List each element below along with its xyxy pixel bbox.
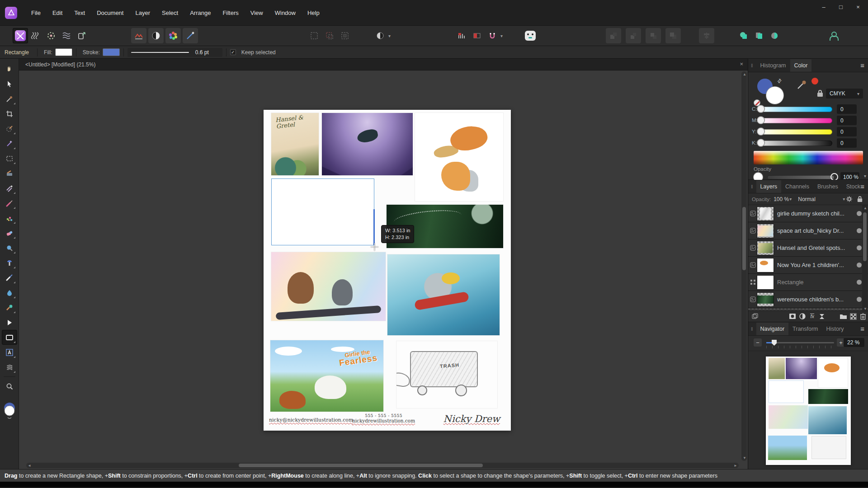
menu-help[interactable]: Help (302, 7, 326, 19)
delete-layer-icon[interactable] (858, 313, 868, 320)
layer-name[interactable]: Hansel and Gretel spots... (777, 244, 857, 251)
panel-menu-icon[interactable]: ≡ (860, 61, 864, 69)
canvas-area[interactable]: <Untitled> [Modified] (21.5%) × Hansel &… (19, 59, 748, 469)
account-button[interactable] (826, 28, 841, 43)
layer-name[interactable]: girlie dummy sketch chil... (777, 210, 857, 217)
black-value[interactable]: 0 (837, 138, 857, 148)
paint-mixer-brush-tool[interactable] (2, 166, 17, 181)
magenta-slider-knob[interactable] (757, 117, 764, 124)
menu-window[interactable]: Window (269, 7, 302, 19)
clone-brush-tool[interactable] (2, 181, 17, 196)
selection-mode-replace-icon[interactable] (307, 28, 322, 43)
visibility-toggle[interactable] (857, 297, 862, 302)
yellow-value[interactable]: 0 (837, 127, 857, 136)
layer-row[interactable]: space art club_Nicky Dr... (748, 222, 868, 239)
horizontal-scrollbar[interactable]: ◄ ► (26, 463, 739, 468)
menu-document[interactable]: Document (91, 7, 129, 19)
minimize-button[interactable]: – (817, 2, 830, 12)
boolean-intersect-button[interactable] (767, 28, 782, 43)
magenta-value[interactable]: 0 (837, 116, 857, 125)
color-mode-select[interactable]: CMYK ▾ (826, 89, 863, 99)
black-slider[interactable] (760, 141, 832, 146)
layer-name[interactable]: weremouse children's b... (777, 296, 857, 303)
layer-name[interactable]: Rectangle (777, 279, 857, 286)
cyan-slider[interactable] (760, 107, 832, 112)
paint-brush-tool[interactable] (2, 196, 17, 211)
navigator-preview[interactable] (748, 351, 868, 469)
path-arrow-tool[interactable] (2, 315, 17, 330)
layer-row[interactable]: girlie dummy sketch chil... (748, 205, 868, 222)
tab-color[interactable]: Color (790, 59, 812, 72)
snapping-chevron-icon[interactable]: ▾ (500, 33, 503, 38)
photo-persona-button[interactable] (13, 28, 28, 43)
visibility-toggle[interactable] (857, 245, 862, 250)
zoom-slider-handle[interactable] (772, 340, 777, 346)
color-spectrum-bar[interactable] (754, 151, 863, 164)
alignment-button[interactable] (699, 28, 714, 43)
zoom-tool[interactable] (2, 379, 17, 394)
opacity-chevron-icon[interactable]: ▾ (864, 174, 866, 178)
mask-toggle-button[interactable] (469, 28, 485, 43)
blend-ranges-icon[interactable] (817, 313, 827, 320)
gear-icon[interactable] (846, 196, 853, 202)
zoom-value[interactable]: 22 % (844, 338, 864, 347)
swap-colors-icon[interactable]: ⇄ (776, 77, 783, 84)
color-picker-icon[interactable] (796, 79, 808, 90)
tone-mapping-persona-button[interactable] (59, 28, 74, 43)
tab-history[interactable]: History (822, 323, 848, 335)
color-picker-tool[interactable] (2, 91, 17, 106)
menu-text[interactable]: Text (68, 7, 91, 19)
menu-edit[interactable]: Edit (47, 7, 68, 19)
layer-row-selected-rectangle[interactable]: Rectangle (748, 274, 868, 291)
picked-color-swatch[interactable] (811, 78, 818, 84)
menu-view[interactable]: View (245, 7, 269, 19)
vertical-scroll-thumb[interactable] (742, 207, 746, 270)
visibility-toggle[interactable] (857, 280, 862, 285)
yellow-slider[interactable] (760, 129, 832, 135)
snapping-magnet-button[interactable] (485, 28, 500, 43)
fill-color-swatch[interactable] (55, 48, 72, 56)
text-tool[interactable] (2, 345, 17, 360)
arrange-move-to-front-button[interactable] (665, 28, 681, 43)
scroll-up-icon[interactable]: ▲ (863, 206, 867, 210)
cyan-slider-knob[interactable] (757, 105, 764, 113)
assistant-button[interactable] (523, 28, 538, 43)
pixel-tool[interactable] (2, 211, 17, 225)
marquee-select-tool[interactable] (2, 151, 17, 166)
healing-brush-tool[interactable] (2, 255, 17, 270)
arrange-back-one-button[interactable] (626, 28, 641, 43)
menu-arrange[interactable]: Arrange (184, 7, 217, 19)
keep-selected-label[interactable]: Keep selected (241, 49, 276, 56)
scroll-right-icon[interactable]: ► (734, 464, 737, 468)
layers-scrollbar[interactable]: ▲ ▼ (862, 205, 868, 312)
panel-menu-icon[interactable]: ≡ (860, 183, 864, 190)
cyan-value[interactable]: 0 (837, 104, 857, 114)
new-group-icon[interactable] (839, 313, 849, 320)
retouch-pen-button[interactable] (183, 28, 198, 43)
layer-row[interactable]: Now You Are 1 children'... (748, 257, 868, 274)
maximize-button[interactable]: □ (835, 2, 847, 12)
black-slider-knob[interactable] (757, 139, 764, 146)
lock-icon[interactable] (817, 89, 823, 97)
scroll-up-icon[interactable]: ▲ (743, 72, 746, 76)
close-button[interactable]: × (852, 2, 864, 12)
tab-histogram[interactable]: Histogram (756, 59, 790, 72)
menu-select[interactable]: Select (156, 7, 184, 19)
keep-selected-checkbox[interactable]: ✓ (230, 49, 236, 55)
blur-brush-tool[interactable] (2, 240, 17, 255)
smudge-brush-tool[interactable] (2, 285, 17, 300)
boolean-subtract-button[interactable] (751, 28, 767, 43)
dodge-brush-tool[interactable] (2, 270, 17, 285)
stroke-width-value[interactable]: 0.6 pt (195, 49, 209, 56)
layer-row[interactable]: Hansel and Gretel spots... (748, 239, 868, 257)
scroll-down-icon[interactable]: ▼ (743, 456, 746, 460)
new-rectangle-shape[interactable] (271, 178, 374, 245)
blend-mode-select[interactable]: Normal ▾ (798, 196, 845, 202)
mask-layer-icon[interactable] (788, 313, 798, 320)
visibility-toggle[interactable] (857, 211, 862, 216)
yellow-slider-knob[interactable] (757, 128, 764, 135)
tab-close-icon[interactable]: × (740, 61, 743, 67)
boolean-add-button[interactable] (736, 28, 751, 43)
selection-mode-subtract-icon[interactable] (337, 28, 353, 43)
scroll-left-icon[interactable]: ◄ (28, 464, 31, 468)
